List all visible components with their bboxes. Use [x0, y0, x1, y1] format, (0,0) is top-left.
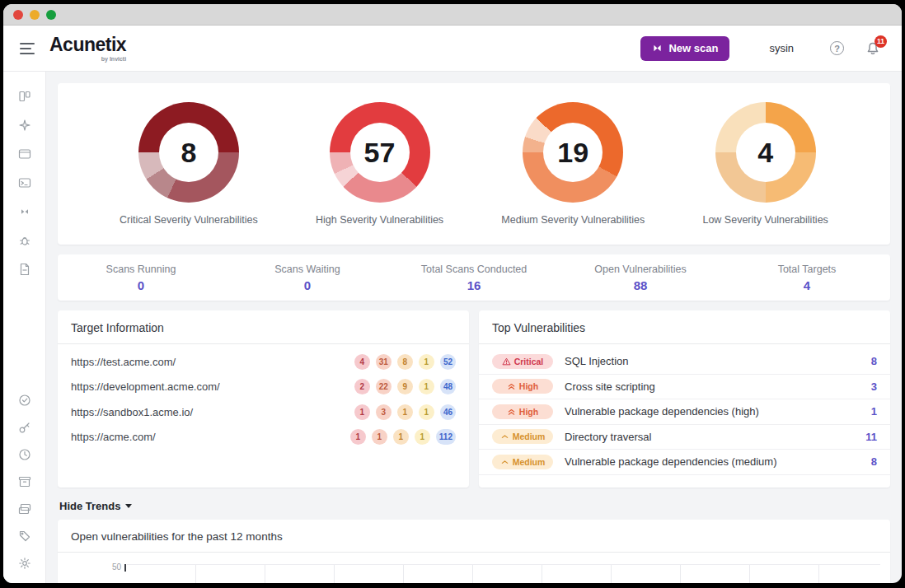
- critical-count: 8: [181, 137, 196, 169]
- critical-label: Critical Severity Vulnerabilities: [120, 214, 258, 226]
- target-url-link[interactable]: https://development.acme.com/: [71, 380, 354, 393]
- stat-total-scans: Total Scans Conducted 16: [391, 264, 557, 292]
- sidebar-item-settings[interactable]: [15, 553, 35, 573]
- new-scan-button[interactable]: New scan: [640, 36, 729, 61]
- acunetix-logo: Acunetix by Invicti: [49, 35, 126, 62]
- scan-wave-icon: [18, 205, 31, 218]
- sidebar-item-issue-trackers[interactable]: [15, 526, 35, 546]
- critical-count-badge: 1: [354, 404, 370, 420]
- sidebar-item-scan-profiles[interactable]: [15, 202, 35, 222]
- sidebar-item-scans[interactable]: [15, 173, 35, 193]
- title-bar: [3, 4, 902, 26]
- stat-open-vulnerabilities: Open Vulnerabilities 88: [557, 264, 724, 292]
- critical-count-badge: 2: [354, 379, 370, 394]
- severity-badge: Medium: [492, 429, 553, 444]
- vulnerability-name: Vulnerable package dependencies (medium): [565, 455, 871, 468]
- high-count-badge: 1: [372, 429, 387, 445]
- chart-plot-area: [127, 564, 880, 583]
- target-url-link[interactable]: https://test.acme.com/: [71, 356, 354, 368]
- critical-donut-chart: 8: [138, 102, 239, 203]
- vulnerability-count-link[interactable]: 11: [865, 431, 877, 443]
- sidebar-item-activity[interactable]: [15, 445, 35, 464]
- table-row: https://acme.com/ 1 1 1 1 112: [58, 425, 469, 450]
- info-count-badge: 46: [440, 404, 456, 420]
- low-count-badge: 1: [415, 429, 430, 445]
- list-item: High Vulnerable package dependencies (hi…: [479, 399, 890, 425]
- medium-count-badge: 8: [397, 354, 413, 370]
- target-url-link[interactable]: https://acme.com/: [71, 431, 350, 443]
- y-axis-tick-mark: [124, 564, 126, 572]
- sidebar-item-targets[interactable]: [15, 144, 35, 164]
- double-chevron-up-icon: [507, 382, 516, 390]
- medium-donut-chart: 19: [523, 102, 623, 203]
- sidebar-item-vulnerabilities[interactable]: [15, 231, 35, 250]
- vulnerability-count-link[interactable]: 3: [871, 380, 877, 393]
- sidebar-item-reports[interactable]: [15, 259, 35, 279]
- chevron-up-icon: [500, 432, 509, 441]
- low-count-badge: 1: [419, 354, 434, 370]
- donut-high: 57 High Severity Vulnerabilities: [316, 102, 443, 226]
- list-item: High Cross site scripting 3: [479, 375, 890, 400]
- sidebar-item-subscriptions[interactable]: [15, 499, 35, 519]
- menu-toggle-icon[interactable]: [20, 43, 36, 54]
- list-item: Critical SQL Injection 8: [479, 349, 890, 375]
- main-content: 8 Critical Severity Vulnerabilities 57 H…: [46, 72, 902, 583]
- top-vulnerabilities-panel: Top Vulnerabilities Critical SQL Injecti…: [479, 310, 890, 488]
- target-information-panel: Target Information https://test.acme.com…: [58, 310, 469, 488]
- high-count: 57: [364, 137, 396, 169]
- table-row: https://development.acme.com/ 2 22 9 1 4…: [58, 375, 469, 400]
- close-window-button[interactable]: [13, 10, 23, 20]
- trends-chart: 50: [58, 553, 890, 583]
- sidebar-item-discovery[interactable]: [15, 115, 35, 135]
- sidebar-item-dashboard[interactable]: [15, 86, 35, 106]
- y-axis-tick-label: 50: [112, 564, 121, 583]
- severity-badge: High: [492, 404, 553, 419]
- list-item: Medium Directory traversal 11: [479, 425, 890, 450]
- help-icon[interactable]: ?: [830, 41, 844, 55]
- sidebar: [3, 72, 46, 583]
- panel-title: Top Vulnerabilities: [479, 310, 890, 344]
- stat-scans-waiting: Scans Waiting 0: [224, 264, 391, 292]
- notifications-button[interactable]: 11: [865, 41, 880, 56]
- medium-label: Medium Severity Vulnerabilities: [501, 214, 645, 226]
- low-count: 4: [757, 137, 773, 169]
- medium-count-badge: 1: [393, 429, 409, 445]
- chevron-down-icon: [125, 504, 132, 508]
- vulnerability-count-link[interactable]: 1: [871, 405, 877, 418]
- table-row: https://test.acme.com/ 4 31 8 1 52: [58, 349, 469, 375]
- hide-trends-toggle[interactable]: Hide Trends: [59, 500, 132, 512]
- info-count-badge: 48: [440, 379, 456, 394]
- vulnerability-count-link[interactable]: 8: [871, 355, 877, 367]
- zoom-window-button[interactable]: [46, 10, 56, 20]
- donut-low: 4 Low Severity Vulnerabilities: [702, 102, 828, 226]
- critical-count-badge: 4: [354, 354, 370, 370]
- warning-triangle-icon: [502, 357, 511, 366]
- chart-title: Open vulnerabilities for the past 12 mon…: [58, 520, 890, 553]
- vulnerability-count-link[interactable]: 8: [871, 455, 877, 468]
- table-row: https://sandbox1.acme.io/ 1 3 1 1 46: [58, 399, 469, 425]
- logo-text: Acunetix: [49, 35, 126, 54]
- trends-chart-card: Open vulnerabilities for the past 12 mon…: [58, 520, 890, 583]
- document-icon: [18, 263, 31, 276]
- high-count-badge: 22: [376, 379, 392, 394]
- scan-stats-card: Scans Running 0 Scans Waiting 0 Total Sc…: [58, 254, 890, 301]
- stat-scans-running: Scans Running 0: [58, 264, 224, 292]
- vulnerability-name: SQL Injection: [565, 355, 871, 367]
- sidebar-item-archive[interactable]: [15, 472, 35, 492]
- medium-count-badge: 1: [397, 404, 413, 420]
- high-label: High Severity Vulnerabilities: [316, 214, 443, 226]
- sidebar-item-api[interactable]: [15, 418, 35, 437]
- double-chevron-up-icon: [507, 408, 516, 416]
- sidebar-item-compliance[interactable]: [15, 390, 35, 410]
- notification-count-badge: 11: [875, 35, 887, 48]
- low-label: Low Severity Vulnerabilities: [702, 214, 828, 226]
- dashboard-icon: [18, 90, 31, 103]
- target-url-link[interactable]: https://sandbox1.acme.io/: [71, 406, 354, 418]
- high-donut-chart: 57: [330, 102, 430, 203]
- minimize-window-button[interactable]: [30, 10, 40, 20]
- user-menu[interactable]: sysin: [769, 42, 794, 54]
- donut-medium: 19 Medium Severity Vulnerabilities: [501, 102, 645, 226]
- severity-badge: Critical: [492, 354, 553, 369]
- low-donut-chart: 4: [715, 102, 816, 203]
- new-scan-label: New scan: [668, 42, 718, 54]
